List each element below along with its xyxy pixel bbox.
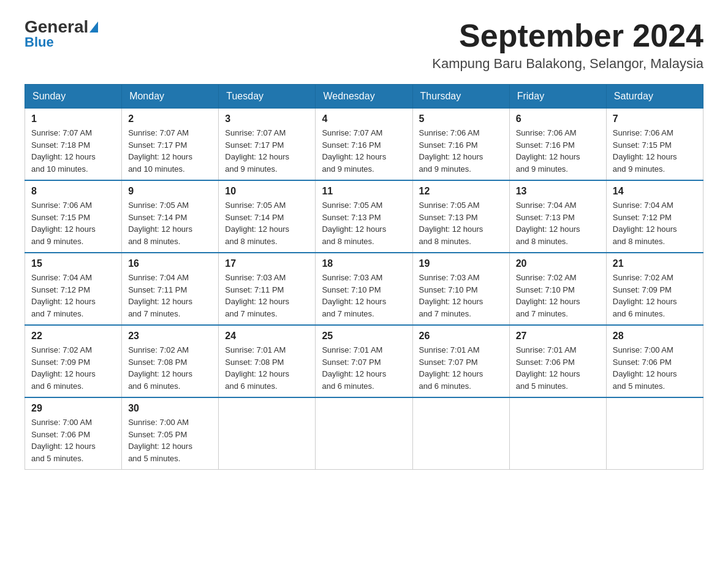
calendar-week-row: 15Sunrise: 7:04 AMSunset: 7:12 PMDayligh… bbox=[25, 253, 703, 325]
logo: General Blue bbox=[25, 18, 98, 50]
page-header: General Blue September 2024 Kampung Baru… bbox=[25, 18, 703, 72]
location-subtitle: Kampung Baru Balakong, Selangor, Malaysi… bbox=[432, 56, 703, 72]
day-number: 21 bbox=[613, 258, 697, 269]
calendar-cell: 29Sunrise: 7:00 AMSunset: 7:06 PMDayligh… bbox=[25, 397, 122, 470]
day-info: Sunrise: 7:06 AMSunset: 7:15 PMDaylight:… bbox=[613, 127, 697, 175]
calendar-cell: 8Sunrise: 7:06 AMSunset: 7:15 PMDaylight… bbox=[25, 180, 122, 253]
calendar-cell: 19Sunrise: 7:03 AMSunset: 7:10 PMDayligh… bbox=[412, 253, 509, 325]
day-info: Sunrise: 7:04 AMSunset: 7:11 PMDaylight:… bbox=[128, 272, 212, 320]
weekday-header-sunday: Sunday bbox=[25, 85, 122, 109]
day-info: Sunrise: 7:01 AMSunset: 7:07 PMDaylight:… bbox=[322, 344, 406, 392]
day-number: 24 bbox=[225, 331, 309, 342]
logo-general-text: General bbox=[25, 18, 88, 36]
title-area: September 2024 Kampung Baru Balakong, Se… bbox=[432, 18, 703, 72]
day-number: 14 bbox=[613, 186, 697, 197]
day-number: 19 bbox=[419, 258, 503, 269]
day-info: Sunrise: 7:07 AMSunset: 7:17 PMDaylight:… bbox=[128, 127, 212, 175]
calendar-week-row: 8Sunrise: 7:06 AMSunset: 7:15 PMDaylight… bbox=[25, 180, 703, 253]
day-info: Sunrise: 7:03 AMSunset: 7:11 PMDaylight:… bbox=[225, 272, 309, 320]
calendar-cell: 11Sunrise: 7:05 AMSunset: 7:13 PMDayligh… bbox=[316, 180, 412, 253]
calendar-week-row: 22Sunrise: 7:02 AMSunset: 7:09 PMDayligh… bbox=[25, 325, 703, 397]
calendar-table: SundayMondayTuesdayWednesdayThursdayFrid… bbox=[25, 84, 703, 470]
day-number: 16 bbox=[128, 258, 212, 269]
calendar-cell: 23Sunrise: 7:02 AMSunset: 7:08 PMDayligh… bbox=[122, 325, 219, 397]
calendar-cell: 16Sunrise: 7:04 AMSunset: 7:11 PMDayligh… bbox=[122, 253, 219, 325]
calendar-cell: 4Sunrise: 7:07 AMSunset: 7:16 PMDaylight… bbox=[316, 109, 412, 181]
day-number: 7 bbox=[613, 113, 697, 124]
day-info: Sunrise: 7:04 AMSunset: 7:12 PMDaylight:… bbox=[31, 272, 115, 320]
month-title: September 2024 bbox=[432, 18, 703, 53]
calendar-cell: 21Sunrise: 7:02 AMSunset: 7:09 PMDayligh… bbox=[606, 253, 703, 325]
weekday-header-wednesday: Wednesday bbox=[316, 85, 412, 109]
day-info: Sunrise: 7:02 AMSunset: 7:08 PMDaylight:… bbox=[128, 344, 212, 392]
day-info: Sunrise: 7:00 AMSunset: 7:05 PMDaylight:… bbox=[128, 416, 212, 464]
day-info: Sunrise: 7:06 AMSunset: 7:16 PMDaylight:… bbox=[419, 127, 503, 175]
day-info: Sunrise: 7:05 AMSunset: 7:14 PMDaylight:… bbox=[225, 199, 309, 247]
calendar-cell bbox=[412, 397, 509, 470]
calendar-cell: 22Sunrise: 7:02 AMSunset: 7:09 PMDayligh… bbox=[25, 325, 122, 397]
day-info: Sunrise: 7:01 AMSunset: 7:08 PMDaylight:… bbox=[225, 344, 309, 392]
day-number: 25 bbox=[322, 331, 406, 342]
calendar-cell: 20Sunrise: 7:02 AMSunset: 7:10 PMDayligh… bbox=[509, 253, 606, 325]
day-info: Sunrise: 7:04 AMSunset: 7:13 PMDaylight:… bbox=[516, 199, 600, 247]
day-number: 10 bbox=[225, 186, 309, 197]
calendar-week-row: 29Sunrise: 7:00 AMSunset: 7:06 PMDayligh… bbox=[25, 397, 703, 470]
calendar-cell bbox=[606, 397, 703, 470]
day-number: 5 bbox=[419, 113, 503, 124]
calendar-cell: 24Sunrise: 7:01 AMSunset: 7:08 PMDayligh… bbox=[219, 325, 316, 397]
weekday-header-tuesday: Tuesday bbox=[219, 85, 316, 109]
day-number: 6 bbox=[516, 113, 600, 124]
day-info: Sunrise: 7:01 AMSunset: 7:07 PMDaylight:… bbox=[419, 344, 503, 392]
day-number: 18 bbox=[322, 258, 406, 269]
day-info: Sunrise: 7:06 AMSunset: 7:16 PMDaylight:… bbox=[516, 127, 600, 175]
calendar-cell: 27Sunrise: 7:01 AMSunset: 7:06 PMDayligh… bbox=[509, 325, 606, 397]
day-number: 20 bbox=[516, 258, 600, 269]
logo-triangle-icon bbox=[89, 21, 98, 33]
weekday-header-friday: Friday bbox=[509, 85, 606, 109]
day-number: 1 bbox=[31, 113, 115, 124]
day-number: 15 bbox=[31, 258, 115, 269]
calendar-cell: 5Sunrise: 7:06 AMSunset: 7:16 PMDaylight… bbox=[412, 109, 509, 181]
day-info: Sunrise: 7:03 AMSunset: 7:10 PMDaylight:… bbox=[322, 272, 406, 320]
day-info: Sunrise: 7:00 AMSunset: 7:06 PMDaylight:… bbox=[31, 416, 115, 464]
day-number: 3 bbox=[225, 113, 309, 124]
day-info: Sunrise: 7:06 AMSunset: 7:15 PMDaylight:… bbox=[31, 199, 115, 247]
logo-blue-text: Blue bbox=[25, 34, 54, 50]
day-info: Sunrise: 7:03 AMSunset: 7:10 PMDaylight:… bbox=[419, 272, 503, 320]
day-number: 30 bbox=[128, 403, 212, 414]
day-number: 26 bbox=[419, 331, 503, 342]
day-info: Sunrise: 7:05 AMSunset: 7:13 PMDaylight:… bbox=[419, 199, 503, 247]
calendar-cell: 3Sunrise: 7:07 AMSunset: 7:17 PMDaylight… bbox=[219, 109, 316, 181]
day-number: 11 bbox=[322, 186, 406, 197]
day-number: 8 bbox=[31, 186, 115, 197]
calendar-cell: 6Sunrise: 7:06 AMSunset: 7:16 PMDaylight… bbox=[509, 109, 606, 181]
calendar-cell: 7Sunrise: 7:06 AMSunset: 7:15 PMDaylight… bbox=[606, 109, 703, 181]
day-number: 23 bbox=[128, 331, 212, 342]
calendar-cell: 26Sunrise: 7:01 AMSunset: 7:07 PMDayligh… bbox=[412, 325, 509, 397]
day-number: 29 bbox=[31, 403, 115, 414]
calendar-cell: 1Sunrise: 7:07 AMSunset: 7:18 PMDaylight… bbox=[25, 109, 122, 181]
day-number: 12 bbox=[419, 186, 503, 197]
weekday-header-thursday: Thursday bbox=[412, 85, 509, 109]
day-info: Sunrise: 7:07 AMSunset: 7:17 PMDaylight:… bbox=[225, 127, 309, 175]
day-number: 28 bbox=[613, 331, 697, 342]
calendar-cell: 30Sunrise: 7:00 AMSunset: 7:05 PMDayligh… bbox=[122, 397, 219, 470]
calendar-cell: 18Sunrise: 7:03 AMSunset: 7:10 PMDayligh… bbox=[316, 253, 412, 325]
calendar-cell: 12Sunrise: 7:05 AMSunset: 7:13 PMDayligh… bbox=[412, 180, 509, 253]
day-number: 17 bbox=[225, 258, 309, 269]
calendar-cell: 28Sunrise: 7:00 AMSunset: 7:06 PMDayligh… bbox=[606, 325, 703, 397]
day-info: Sunrise: 7:07 AMSunset: 7:18 PMDaylight:… bbox=[31, 127, 115, 175]
day-number: 27 bbox=[516, 331, 600, 342]
day-number: 2 bbox=[128, 113, 212, 124]
day-info: Sunrise: 7:01 AMSunset: 7:06 PMDaylight:… bbox=[516, 344, 600, 392]
calendar-cell bbox=[316, 397, 412, 470]
weekday-header-monday: Monday bbox=[122, 85, 219, 109]
day-info: Sunrise: 7:07 AMSunset: 7:16 PMDaylight:… bbox=[322, 127, 406, 175]
calendar-cell: 25Sunrise: 7:01 AMSunset: 7:07 PMDayligh… bbox=[316, 325, 412, 397]
day-info: Sunrise: 7:04 AMSunset: 7:12 PMDaylight:… bbox=[613, 199, 697, 247]
weekday-header-saturday: Saturday bbox=[606, 85, 703, 109]
day-number: 4 bbox=[322, 113, 406, 124]
day-info: Sunrise: 7:05 AMSunset: 7:14 PMDaylight:… bbox=[128, 199, 212, 247]
day-info: Sunrise: 7:02 AMSunset: 7:09 PMDaylight:… bbox=[31, 344, 115, 392]
day-info: Sunrise: 7:02 AMSunset: 7:10 PMDaylight:… bbox=[516, 272, 600, 320]
